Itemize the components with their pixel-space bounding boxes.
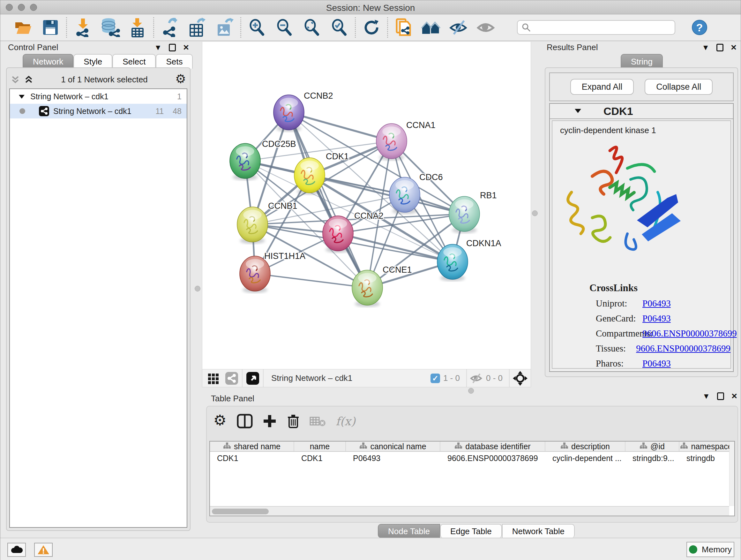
table-cell[interactable]: 9606.ENSP00000378699 xyxy=(441,452,545,464)
eye-disabled-icon[interactable] xyxy=(472,16,500,39)
delete-table-icon[interactable] xyxy=(310,415,326,428)
table-vertical-scrollbar[interactable] xyxy=(729,442,734,506)
zoom-in-icon[interactable] xyxy=(243,16,271,39)
export-network-icon[interactable] xyxy=(156,16,184,39)
birds-eye-view-icon[interactable] xyxy=(246,371,260,385)
selected-checkbox-icon[interactable]: ✓ xyxy=(430,374,440,383)
warnings-button[interactable] xyxy=(34,543,53,557)
tab-node-table[interactable]: Node Table xyxy=(378,524,440,538)
expand-all-button[interactable]: Expand All xyxy=(570,79,634,95)
zoom-selected-icon[interactable] xyxy=(326,16,353,39)
network-node-CCNE1[interactable]: CCNE1 xyxy=(352,265,412,307)
panel-float-icon[interactable] xyxy=(169,44,176,51)
crosshair-icon[interactable] xyxy=(513,371,528,386)
column-header-description[interactable]: description xyxy=(545,442,625,451)
expand-all-icon[interactable] xyxy=(23,74,34,85)
tab-sets[interactable]: Sets xyxy=(156,54,193,69)
panel-float-icon[interactable] xyxy=(717,392,724,400)
bottom-splitter-grip[interactable] xyxy=(468,388,474,394)
column-header-@id[interactable]: @id xyxy=(625,442,679,451)
panel-collapse-icon[interactable]: ▼ xyxy=(702,392,710,400)
zoom-fit-icon[interactable] xyxy=(298,16,326,39)
gene-expander-icon[interactable] xyxy=(574,108,583,115)
panel-close-icon[interactable]: ✕ xyxy=(183,44,189,51)
column-header-name[interactable]: name xyxy=(294,442,346,451)
import-network-icon[interactable] xyxy=(69,16,96,39)
open-session-icon[interactable] xyxy=(9,16,37,39)
table-horizontal-scrollbar[interactable] xyxy=(210,506,729,516)
scrollbar-thumb[interactable] xyxy=(212,509,269,514)
network-collection-row[interactable]: String Network – cdk1 1 xyxy=(10,89,187,104)
panel-collapse-icon[interactable]: ▼ xyxy=(154,44,162,51)
network-column-icon xyxy=(560,442,568,451)
network-node-RB1[interactable]: RB1 xyxy=(449,191,497,233)
collapse-all-icon[interactable] xyxy=(10,74,21,85)
panel-collapse-icon[interactable]: ▼ xyxy=(702,44,710,51)
crosslink-link[interactable]: P06493 xyxy=(643,298,671,308)
network-node-CDKN1A[interactable]: CDKN1A xyxy=(437,239,501,281)
crosslink-link[interactable]: 9606.ENSP00000378699 xyxy=(636,343,731,354)
memory-button[interactable]: Memory xyxy=(686,542,734,557)
table-cell[interactable]: stringdb xyxy=(679,452,734,464)
network-view-icon[interactable] xyxy=(225,371,239,385)
table-cell[interactable]: CDK1 xyxy=(294,452,346,464)
export-image-icon[interactable] xyxy=(211,16,239,39)
collapse-all-button[interactable]: Collapse All xyxy=(645,79,713,95)
network-node-CDK1[interactable]: CDK1 xyxy=(294,152,349,195)
column-header-shared-name[interactable]: shared name xyxy=(210,442,294,451)
network-row[interactable]: String Network – cdk1 11 48 xyxy=(10,104,187,118)
ndex-home-icon[interactable] xyxy=(417,16,445,39)
grid-view-icon[interactable] xyxy=(207,372,220,385)
hidden-eye-icon[interactable] xyxy=(470,373,483,384)
network-options-gear-icon[interactable]: ⚙ xyxy=(175,73,187,85)
show-columns-icon[interactable] xyxy=(237,414,253,429)
panel-float-icon[interactable] xyxy=(717,44,724,51)
tab-select[interactable]: Select xyxy=(112,54,156,69)
show-hide-graphics-icon[interactable] xyxy=(445,16,472,39)
crosslink-link[interactable]: 9606.ENSP00000378699 xyxy=(643,328,737,338)
right-splitter-grip[interactable] xyxy=(532,210,538,216)
crosslink-link[interactable]: P06493 xyxy=(643,358,671,368)
export-table-icon[interactable] xyxy=(184,16,211,39)
import-table-icon[interactable] xyxy=(124,16,151,39)
tab-edge-table[interactable]: Edge Table xyxy=(440,524,502,538)
panel-close-icon[interactable]: ✕ xyxy=(731,392,738,400)
tab-network[interactable]: Network xyxy=(23,54,73,69)
delete-column-icon[interactable] xyxy=(286,414,300,429)
table-row[interactable]: CDK1CDK1P064939606.ENSP00000378699cyclin… xyxy=(210,452,734,464)
help-icon[interactable]: ? xyxy=(692,20,707,35)
function-builder-icon[interactable]: f(x) xyxy=(336,415,355,428)
crosslink-link[interactable]: P06493 xyxy=(643,313,671,323)
tab-string[interactable]: String xyxy=(621,54,663,69)
network-canvas[interactable]: CCNB2CCNA1CDC25BCDK1CDC6RB1CCNB1CCNA2CDK… xyxy=(202,42,531,369)
table-panel-title: Table Panel xyxy=(211,394,254,403)
import-network-database-icon[interactable] xyxy=(96,16,124,39)
zoom-out-icon[interactable] xyxy=(271,16,298,39)
cloud-button[interactable] xyxy=(7,543,26,557)
table-options-gear-icon[interactable]: ⚙ xyxy=(212,414,227,428)
left-splitter-grip[interactable] xyxy=(195,286,200,292)
create-column-icon[interactable] xyxy=(262,414,277,428)
column-header-canonical-name[interactable]: canonical name xyxy=(346,442,441,451)
tab-style[interactable]: Style xyxy=(73,54,112,69)
column-header-database-identifier[interactable]: database identifier xyxy=(441,442,545,451)
panel-close-icon[interactable]: ✕ xyxy=(731,44,737,51)
network-edge[interactable] xyxy=(289,112,367,288)
table-cell[interactable]: CDK1 xyxy=(210,452,294,464)
column-header-namespace[interactable]: namespace xyxy=(679,442,734,451)
network-node-CDC6[interactable]: CDC6 xyxy=(389,172,443,214)
network-node-HIST1H1A[interactable]: HIST1H1A xyxy=(240,251,306,293)
memory-status-dot xyxy=(689,545,697,554)
table-cell[interactable]: stringdb:9... xyxy=(625,452,679,464)
tab-network-table[interactable]: Network Table xyxy=(502,524,575,538)
copy-style-icon[interactable] xyxy=(390,16,417,39)
table-cell[interactable]: P06493 xyxy=(346,452,441,464)
table-cell[interactable]: cyclin-dependent ... xyxy=(545,452,625,464)
search-input[interactable] xyxy=(531,23,665,32)
save-session-icon[interactable] xyxy=(37,16,64,39)
crosslink-label: Tissues: xyxy=(596,343,636,354)
network-edge[interactable] xyxy=(255,273,367,288)
refresh-icon[interactable] xyxy=(358,16,385,39)
search-box[interactable] xyxy=(517,20,675,35)
tree-expander-icon[interactable] xyxy=(18,93,26,100)
